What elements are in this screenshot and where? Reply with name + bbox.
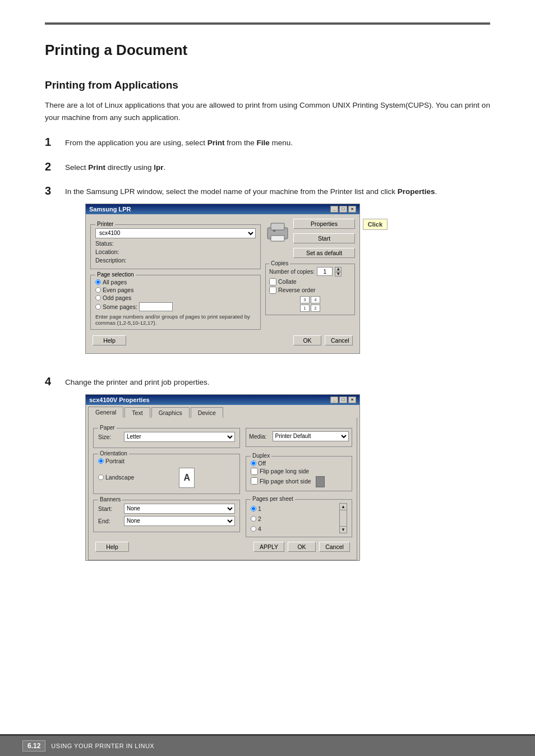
- lpr-layout: Printer scx4100 Status:: [90, 219, 355, 333]
- copies-input[interactable]: [317, 267, 333, 276]
- portrait-option[interactable]: Portrait: [98, 458, 235, 464]
- steps-list: 1 From the application you are using, se…: [45, 137, 490, 570]
- step-text-1: From the application you are using, sele…: [65, 137, 293, 149]
- some-pages-input[interactable]: [139, 302, 173, 311]
- window-title-lpr: Samsung LPR: [89, 206, 131, 213]
- props-left-panel: Paper Size: Letter: [93, 422, 240, 537]
- start-banner-select[interactable]: None: [124, 504, 235, 514]
- scroll-down-btn[interactable]: ▼: [340, 526, 347, 533]
- step-4: 4 Change the printer and print job prope…: [45, 376, 490, 571]
- media-select[interactable]: Printer Default: [273, 431, 349, 441]
- collate-checkbox[interactable]: [269, 278, 276, 285]
- copies-row: Number of copies: ▲ ▼: [269, 267, 351, 276]
- duplex-off-radio[interactable]: [251, 460, 256, 466]
- tab-content-general: Paper Size: Letter: [88, 418, 357, 560]
- reverse-order-checkbox[interactable]: [269, 287, 276, 294]
- collate-option[interactable]: Collate: [269, 278, 351, 285]
- even-pages-radio[interactable]: [95, 287, 101, 293]
- paper-group: Paper Size: Letter: [93, 428, 240, 448]
- pages-4-radio[interactable]: [251, 526, 256, 532]
- tab-general[interactable]: General: [88, 407, 123, 418]
- pages-4-option[interactable]: 4: [251, 525, 336, 532]
- tab-device[interactable]: Device: [191, 407, 223, 418]
- orientation-group-label: Orientation: [98, 450, 129, 457]
- props-minimize-btn[interactable]: _: [330, 397, 338, 403]
- step-1: 1 From the application you are using, se…: [45, 137, 490, 149]
- tab-text[interactable]: Text: [124, 407, 150, 418]
- scroll-up-btn[interactable]: ▲: [340, 504, 347, 510]
- props-window-title: scx4100V Properties: [89, 397, 150, 403]
- page-note: Enter page numbers and/or groups of page…: [95, 314, 256, 326]
- props-close-btn[interactable]: ×: [348, 397, 356, 403]
- media-label: Media:: [249, 433, 267, 440]
- start-btn[interactable]: Start: [293, 233, 355, 243]
- banners-group: Banners Start: None End:: [93, 500, 240, 532]
- scrollbar[interactable]: ▲ ▼: [339, 503, 347, 533]
- flip-short-checkbox[interactable]: [251, 477, 258, 485]
- titlebar-buttons: _ □ ×: [330, 206, 356, 213]
- odd-pages-radio[interactable]: [95, 295, 101, 301]
- printer-select[interactable]: scx4100: [95, 228, 256, 238]
- even-pages-option[interactable]: Even pages: [95, 287, 256, 293]
- top-rule: [45, 22, 490, 25]
- close-btn[interactable]: ×: [348, 206, 356, 213]
- pages-per-sheet-group: Pages per sheet 1 2: [246, 499, 352, 537]
- size-select[interactable]: Letter: [124, 432, 235, 442]
- step-3: 3 In the Samsung LPR window, select the …: [45, 186, 490, 364]
- pages-1-option[interactable]: 1: [251, 505, 336, 512]
- media-group: Media: Printer Default: [246, 428, 352, 447]
- props-ok-btn[interactable]: OK: [288, 542, 316, 552]
- page-container: Printing a Document Printing from Applic…: [0, 0, 535, 617]
- properties-btn[interactable]: Properties: [293, 219, 355, 229]
- reverse-order-icon: 3 4 1 2: [269, 296, 351, 312]
- location-label: Location:: [95, 248, 135, 255]
- pages-2-radio[interactable]: [251, 516, 256, 522]
- props-help-btn[interactable]: Help: [95, 542, 129, 552]
- samsung-lpr-window: Samsung LPR _ □ × Printer: [85, 204, 360, 354]
- copies-up-btn[interactable]: ▲: [335, 267, 342, 271]
- end-banner-select[interactable]: None: [124, 516, 235, 526]
- copies-down-btn[interactable]: ▼: [335, 272, 342, 276]
- flip-short-option[interactable]: Flip page short side: [251, 477, 311, 485]
- props-maximize-btn[interactable]: □: [339, 397, 347, 403]
- minimize-btn[interactable]: _: [330, 206, 338, 213]
- lpr-help-btn[interactable]: Help: [93, 335, 126, 345]
- some-pages-radio[interactable]: [95, 304, 101, 310]
- pages-2-option[interactable]: 2: [251, 515, 336, 522]
- rev-page-3: 1: [300, 305, 310, 312]
- step-2: 2 Select Print directly using lpr.: [45, 162, 490, 174]
- all-pages-option[interactable]: All pages: [95, 279, 256, 285]
- description-label: Description:: [95, 257, 135, 264]
- duplex-off-option[interactable]: Off: [251, 460, 347, 467]
- tab-graphics[interactable]: Graphics: [151, 407, 190, 418]
- reverse-order-option[interactable]: Reverse order: [269, 287, 351, 294]
- paper-group-label: Paper: [98, 425, 117, 431]
- section-title: Printing from Applications: [45, 79, 490, 91]
- landscape-radio[interactable]: [98, 474, 104, 480]
- lpr-cancel-btn[interactable]: Cancel: [325, 335, 353, 345]
- props-apply-btn[interactable]: APPLY: [253, 542, 284, 552]
- all-pages-radio[interactable]: [95, 279, 101, 285]
- odd-pages-option[interactable]: Odd pages: [95, 294, 256, 301]
- props-layout: Paper Size: Letter: [93, 422, 352, 537]
- some-pages-option[interactable]: Some pages:: [95, 302, 256, 311]
- size-label: Size:: [98, 434, 121, 440]
- props-cancel-btn[interactable]: Cancel: [319, 542, 350, 552]
- page-title: Printing a Document: [45, 42, 490, 59]
- step-text-4: Change the printer and print job propert…: [65, 378, 209, 386]
- page-selection-label: Page selection: [95, 271, 136, 278]
- pages-1-radio[interactable]: [251, 506, 256, 511]
- flip-long-option[interactable]: Flip page long side: [251, 468, 347, 475]
- window-titlebar-lpr: Samsung LPR _ □ ×: [86, 204, 359, 214]
- set-default-btn[interactable]: Set as default: [293, 248, 355, 258]
- props-tabs-bar: General Text Graphics Device: [86, 405, 359, 418]
- rev-page-1: 3: [300, 296, 310, 303]
- portrait-radio[interactable]: [98, 458, 104, 464]
- maximize-btn[interactable]: □: [339, 206, 347, 213]
- landscape-option[interactable]: Landscape: [98, 474, 134, 481]
- flip-long-checkbox[interactable]: [251, 468, 258, 475]
- start-banner-label: Start:: [98, 505, 121, 512]
- lpr-ok-btn[interactable]: OK: [293, 335, 321, 345]
- page-selection-group: Page selection All pages Even pages: [90, 275, 261, 330]
- printer-group: Printer scx4100 Status:: [90, 224, 261, 269]
